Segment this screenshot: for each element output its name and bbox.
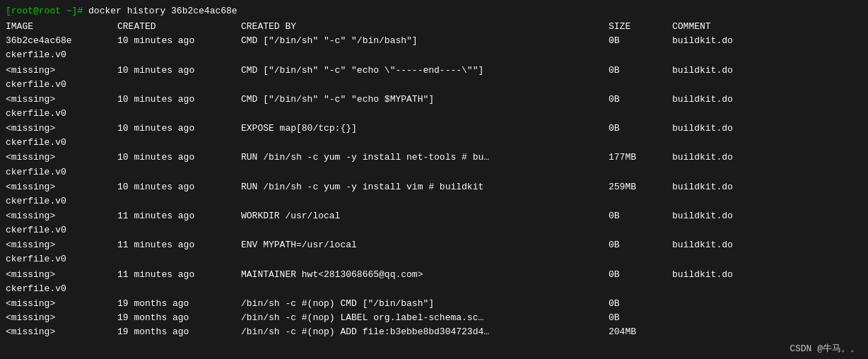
table-row: <missing> 10 minutes ago RUN /bin/sh -c …	[6, 180, 862, 194]
row-image: <missing>	[6, 64, 117, 78]
row-created-by: /bin/sh -c #(nop) LABEL org.label-schema…	[241, 311, 609, 325]
row-size: 0B	[609, 311, 672, 325]
row-image: <missing>	[6, 297, 117, 311]
table-row: <missing> 19 months ago /bin/sh -c #(nop…	[6, 297, 862, 311]
row-comment: buildkit.do	[672, 122, 778, 136]
row-size: 0B	[609, 122, 672, 136]
table-row-second: ckerfile.v0	[6, 194, 862, 208]
row-size: 0B	[609, 297, 672, 311]
table-row: 36b2ce4ac68e 10 minutes ago CMD ["/bin/s…	[6, 34, 862, 48]
table-row-second: ckerfile.v0	[6, 223, 862, 237]
table-row-second: ckerfile.v0	[6, 252, 862, 266]
table-row: <missing> 11 minutes ago WORKDIR /usr/lo…	[6, 209, 862, 223]
table-header: IMAGE CREATED CREATED BY SIZE COMMENT	[6, 20, 862, 35]
row-comment	[672, 297, 778, 311]
row-image-cont: ckerfile.v0	[6, 252, 117, 266]
terminal-window: [root@root ~]# docker history 36b2ce4ac6…	[0, 0, 868, 359]
row-size: 259MB	[609, 180, 672, 194]
row-created-by: WORKDIR /usr/local	[241, 209, 609, 223]
row-created: 19 months ago	[117, 311, 241, 325]
header-created-by: CREATED BY	[241, 20, 609, 35]
table-row: <missing> 11 minutes ago ENV MYPATH=/usr…	[6, 238, 862, 252]
header-comment: COMMENT	[672, 20, 778, 35]
row-image-cont: ckerfile.v0	[6, 194, 117, 208]
row-created: 19 months ago	[117, 297, 241, 311]
row-comment: buildkit.do	[672, 209, 778, 223]
row-size: 0B	[609, 64, 672, 78]
row-created-by: MAINTAINER hwt<2813068665@qq.com>	[241, 268, 609, 282]
row-created-by: ENV MYPATH=/usr/local	[241, 238, 609, 252]
row-created-by: CMD ["/bin/sh" "-c" "/bin/bash"]	[241, 34, 609, 48]
row-created: 10 minutes ago	[117, 93, 241, 107]
table-row-second: ckerfile.v0	[6, 107, 862, 121]
watermark: CSDN @牛马。。	[790, 342, 860, 355]
row-image: <missing>	[6, 151, 117, 165]
table-row: <missing> 19 months ago /bin/sh -c #(nop…	[6, 325, 862, 339]
table-row: <missing> 19 months ago /bin/sh -c #(nop…	[6, 311, 862, 325]
row-image: <missing>	[6, 311, 117, 325]
table-row-second: ckerfile.v0	[6, 48, 862, 62]
prompt-command: docker history 36b2ce4ac68e	[88, 6, 237, 16]
row-created-by: EXPOSE map[80/tcp:{}]	[241, 122, 609, 136]
table-row: <missing> 10 minutes ago EXPOSE map[80/t…	[6, 122, 862, 136]
table-row: <missing> 10 minutes ago CMD ["/bin/sh" …	[6, 93, 862, 107]
row-comment	[672, 311, 778, 325]
row-size: 0B	[609, 34, 672, 48]
table-row-second: ckerfile.v0	[6, 78, 862, 92]
row-size: 204MB	[609, 325, 672, 339]
header-image: IMAGE	[6, 20, 117, 35]
row-created-by: RUN /bin/sh -c yum -y install vim # buil…	[241, 180, 609, 194]
row-image: <missing>	[6, 238, 117, 252]
row-created: 10 minutes ago	[117, 34, 241, 48]
row-comment: buildkit.do	[672, 151, 778, 165]
row-comment: buildkit.do	[672, 180, 778, 194]
row-image: <missing>	[6, 325, 117, 339]
row-image: <missing>	[6, 268, 117, 282]
prompt-line: [root@root ~]# docker history 36b2ce4ac6…	[6, 4, 862, 18]
row-image-cont: ckerfile.v0	[6, 282, 117, 296]
row-image: <missing>	[6, 209, 117, 223]
row-size: 0B	[609, 209, 672, 223]
row-created: 11 minutes ago	[117, 238, 241, 252]
row-comment: buildkit.do	[672, 93, 778, 107]
table-row-second: ckerfile.v0	[6, 282, 862, 296]
row-created-by: /bin/sh -c #(nop) CMD ["/bin/bash"]	[241, 297, 609, 311]
row-image-cont: ckerfile.v0	[6, 136, 117, 150]
row-image: <missing>	[6, 93, 117, 107]
header-created: CREATED	[117, 20, 241, 35]
row-comment: buildkit.do	[672, 64, 778, 78]
row-created: 10 minutes ago	[117, 180, 241, 194]
row-created-by: CMD ["/bin/sh" "-c" "echo $MYPATH"]	[241, 93, 609, 107]
row-created: 10 minutes ago	[117, 151, 241, 165]
row-size: 0B	[609, 238, 672, 252]
row-comment: buildkit.do	[672, 238, 778, 252]
row-image: <missing>	[6, 122, 117, 136]
row-created: 11 minutes ago	[117, 209, 241, 223]
row-image: 36b2ce4ac68e	[6, 34, 117, 48]
row-created: 10 minutes ago	[117, 122, 241, 136]
table-row: <missing> 10 minutes ago CMD ["/bin/sh" …	[6, 64, 862, 78]
row-size: 0B	[609, 93, 672, 107]
row-size: 177MB	[609, 151, 672, 165]
header-size: SIZE	[609, 20, 672, 35]
row-size: 0B	[609, 268, 672, 282]
row-created-by: RUN /bin/sh -c yum -y install net-tools …	[241, 151, 609, 165]
row-image-cont: ckerfile.v0	[6, 165, 117, 180]
table-row-second: ckerfile.v0	[6, 165, 862, 180]
table-row-second: ckerfile.v0	[6, 136, 862, 150]
table-row: <missing> 11 minutes ago MAINTAINER hwt<…	[6, 268, 862, 282]
row-created: 19 months ago	[117, 325, 241, 339]
row-image: <missing>	[6, 180, 117, 194]
row-comment	[672, 325, 778, 339]
row-created-by: CMD ["/bin/sh" "-c" "echo \"-----end----…	[241, 64, 609, 78]
row-image-cont: ckerfile.v0	[6, 48, 117, 62]
row-created: 11 minutes ago	[117, 268, 241, 282]
row-image-cont: ckerfile.v0	[6, 107, 117, 121]
row-comment: buildkit.do	[672, 34, 778, 48]
row-image-cont: ckerfile.v0	[6, 78, 117, 92]
row-created: 10 minutes ago	[117, 64, 241, 78]
prompt-prefix: [root@root ~]#	[6, 6, 88, 16]
row-comment: buildkit.do	[672, 268, 778, 282]
row-image-cont: ckerfile.v0	[6, 223, 117, 237]
table-row: <missing> 10 minutes ago RUN /bin/sh -c …	[6, 151, 862, 165]
